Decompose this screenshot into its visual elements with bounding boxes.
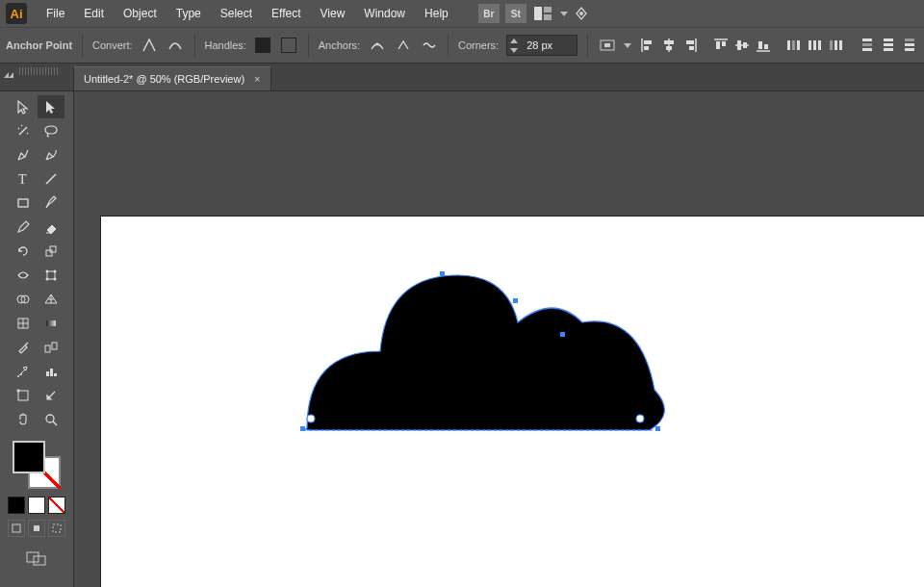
line-tool[interactable] [38,167,64,191]
isolate-icon[interactable] [598,36,616,55]
distribute-hcenter-icon[interactable] [807,37,824,54]
draw-behind-icon[interactable] [28,520,45,537]
spinner-down-icon[interactable] [507,45,521,55]
spinner-up-icon[interactable] [507,36,521,45]
svg-point-63 [20,373,22,375]
distribute-vtop-icon[interactable] [859,37,876,54]
scale-tool[interactable] [38,240,64,263]
distribute-hright-icon[interactable] [828,37,845,54]
arrange-documents-icon[interactable] [533,4,552,23]
menu-object[interactable]: Object [114,0,167,27]
anchor-cut-icon[interactable] [420,36,438,55]
pen-tool[interactable] [10,143,37,166]
none-swatch[interactable] [48,497,65,514]
anchor-point[interactable] [440,271,445,276]
width-tool[interactable] [10,264,37,287]
gpu-preview-icon[interactable] [572,4,591,23]
fill-swatch[interactable] [13,441,45,473]
draw-normal-icon[interactable] [8,520,25,537]
gradient-tool[interactable] [38,312,64,335]
eyedropper-tool[interactable] [10,336,37,359]
anchor-point[interactable] [300,426,305,431]
collapse-panels-icon[interactable] [4,67,13,73]
bridge-icon[interactable]: Br [478,4,500,23]
align-hcenter-icon[interactable] [660,37,678,54]
align-vcenter-icon[interactable] [733,37,751,54]
symbol-sprayer-tool[interactable] [10,360,37,383]
distribute-hleft-icon[interactable] [785,37,803,54]
hand-tool[interactable] [10,408,37,431]
zoom-tool[interactable] [38,408,64,431]
blend-tool[interactable] [38,336,64,359]
rectangle-tool[interactable] [10,191,37,215]
isolate-dropdown-icon[interactable] [624,43,631,48]
align-right-icon[interactable] [681,37,699,54]
artboard-tool[interactable] [10,384,37,407]
type-tool[interactable]: T [10,167,37,191]
color-swatch-black[interactable] [8,497,25,514]
anchor-point[interactable] [513,298,518,303]
distribute-vbottom-icon[interactable] [901,37,918,54]
draw-inside-icon[interactable] [48,520,65,537]
panel-grip-icon[interactable] [19,67,58,75]
shape-builder-tool[interactable] [10,288,37,311]
close-tab-icon[interactable]: × [254,73,260,85]
lasso-tool[interactable] [38,119,64,142]
svg-rect-18 [722,41,726,46]
free-transform-tool[interactable] [38,264,64,287]
convert-smooth-icon[interactable] [167,36,185,55]
document-tab[interactable]: Untitled-2* @ 50% (RGB/Preview) × [73,66,271,90]
align-bottom-icon[interactable] [755,37,772,54]
align-top-icon[interactable] [712,37,730,54]
column-graph-tool[interactable] [38,360,64,383]
selection-tool[interactable] [10,95,37,118]
anchor-point[interactable] [655,426,660,431]
slice-tool[interactable] [38,384,64,407]
pencil-tool[interactable] [10,216,37,239]
anchor-point[interactable] [307,415,315,422]
svg-rect-73 [34,525,39,531]
direct-selection-tool[interactable] [38,95,64,118]
handles-hide-icon[interactable] [280,36,298,55]
convert-label: Convert: [92,39,133,51]
anchor-connect-icon[interactable] [394,36,412,55]
menu-edit[interactable]: Edit [74,0,114,27]
app-logo-text: Ai [11,7,23,21]
rotate-tool[interactable] [10,240,37,263]
menu-file[interactable]: File [37,0,74,27]
magic-wand-tool[interactable] [10,119,37,142]
svg-rect-20 [737,40,741,50]
canvas-area[interactable] [74,91,924,587]
fill-stroke-control[interactable] [13,441,61,489]
eraser-tool[interactable] [38,216,64,239]
cloud-shape[interactable] [306,275,665,430]
anchor-point[interactable] [560,332,565,337]
perspective-tool[interactable] [38,288,64,311]
mesh-tool[interactable] [10,312,37,335]
menu-view[interactable]: View [311,0,355,27]
arrange-dropdown-icon[interactable] [560,12,568,16]
convert-corner-icon[interactable] [141,36,159,55]
align-left-icon[interactable] [639,37,656,54]
handles-show-icon[interactable] [254,36,272,55]
menu-effect[interactable]: Effect [262,0,310,27]
curvature-tool[interactable] [38,143,64,166]
menu-select[interactable]: Select [211,0,262,27]
menu-help[interactable]: Help [415,0,458,27]
screen-mode-icon[interactable] [26,550,47,566]
menu-bar: Ai File Edit Object Type Select Effect V… [0,0,924,27]
gradient-swatch[interactable] [28,497,45,514]
svg-line-71 [53,421,57,425]
anchor-point[interactable] [636,415,644,422]
corner-radius-input[interactable]: 28 px [506,35,578,56]
svg-rect-75 [27,552,38,562]
artboard[interactable] [101,217,924,587]
svg-rect-65 [50,369,53,376]
menu-window[interactable]: Window [354,0,415,27]
stock-icon[interactable]: St [505,4,526,23]
distribute-vcenter-icon[interactable] [880,37,897,54]
svg-point-51 [53,270,56,273]
anchor-remove-icon[interactable] [368,36,386,55]
paintbrush-tool[interactable] [38,191,64,215]
menu-type[interactable]: Type [167,0,211,27]
